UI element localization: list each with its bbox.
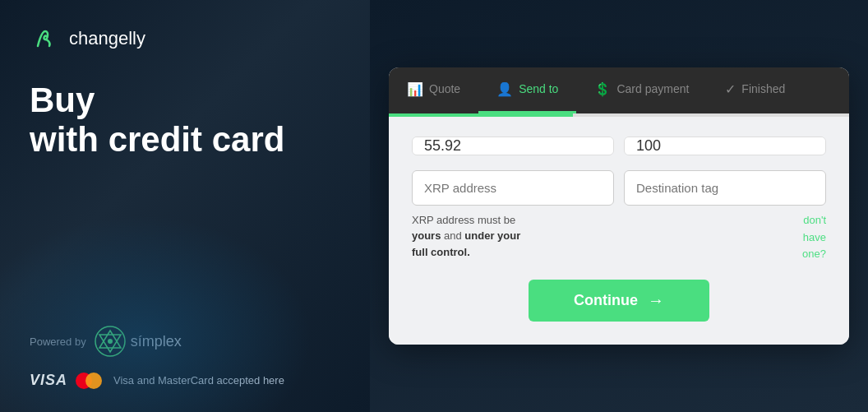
destination-tag-wrap: [624, 170, 826, 206]
continue-button[interactable]: Continue →: [529, 280, 709, 322]
tab-quote[interactable]: 📊 Quote: [389, 67, 478, 113]
progress-bar-track: [389, 113, 849, 117]
xrp-address-input[interactable]: [413, 171, 613, 205]
dont-have-link-wrap: don't have one?: [624, 212, 826, 263]
warning-row: XRP address must be yours and under your…: [412, 212, 826, 263]
continue-label: Continue: [574, 292, 638, 309]
person-icon: 👤: [496, 81, 513, 97]
warning-bold-under: under your: [464, 229, 520, 242]
tab-finished[interactable]: ✓ Finished: [707, 67, 803, 113]
right-panel: 📊 Quote 👤 Send to 💲 Card payment ✓ Finis…: [370, 0, 868, 412]
address-row: [412, 170, 826, 206]
from-amount-wrap: EUR: [412, 137, 614, 155]
left-panel: changelly Buy with credit card Powered b…: [0, 0, 370, 412]
brand-name: changelly: [69, 28, 145, 49]
headline-line1: Buy: [30, 81, 340, 120]
powered-by-text: Powered by: [30, 336, 86, 348]
svg-point-4: [108, 339, 113, 344]
to-amount-wrap: XRP: [624, 137, 826, 155]
warning-bold-control: full control.: [412, 246, 470, 258]
tab-send-to-label: Send to: [519, 82, 558, 95]
cards-row: VISA Visa and MasterCard accepted here: [30, 372, 340, 389]
warning-text: XRP address must be yours and under your…: [412, 212, 614, 263]
dollar-circle-icon: 💲: [594, 81, 611, 97]
address-input-wrap: [412, 170, 614, 206]
main-card: 📊 Quote 👤 Send to 💲 Card payment ✓ Finis…: [389, 67, 849, 345]
logo-area: changelly: [30, 23, 340, 54]
warning-and: and: [444, 229, 464, 242]
check-circle-icon: ✓: [725, 81, 736, 97]
progress-bar-fill: [389, 113, 573, 117]
tab-finished-label: Finished: [741, 82, 785, 95]
card-body: EUR XRP XRP address must be: [389, 117, 849, 345]
chart-icon: 📊: [407, 81, 423, 97]
arrow-right-icon: →: [648, 291, 664, 310]
tab-bar: 📊 Quote 👤 Send to 💲 Card payment ✓ Finis…: [389, 67, 849, 113]
warning-line1: XRP address must be: [412, 214, 515, 226]
warning-bold-yours: yours: [412, 229, 441, 242]
to-amount-input[interactable]: [625, 137, 826, 155]
continue-row: Continue →: [412, 280, 826, 322]
amount-row: EUR XRP: [412, 137, 826, 155]
simplex-logo: símplex: [95, 326, 182, 357]
tab-card-payment[interactable]: 💲 Card payment: [576, 67, 707, 113]
simplex-name: símplex: [131, 333, 182, 350]
powered-by-row: Powered by símplex: [30, 326, 340, 357]
visa-label: VISA: [30, 372, 67, 389]
dont-have-link[interactable]: don't have one?: [802, 214, 826, 261]
destination-tag-input[interactable]: [625, 171, 825, 205]
tab-quote-label: Quote: [429, 82, 460, 95]
tab-send-to[interactable]: 👤 Send to: [478, 67, 576, 113]
simplex-icon: [95, 326, 126, 357]
cards-accepted-text: Visa and MasterCard accepted here: [113, 374, 284, 387]
changelly-logo-icon: [30, 23, 61, 54]
from-amount-input[interactable]: [413, 137, 614, 155]
tab-card-payment-label: Card payment: [616, 82, 689, 95]
mastercard-icon: [76, 373, 102, 389]
headline-line2: with credit card: [30, 120, 340, 160]
headline: Buy with credit card: [30, 81, 340, 160]
